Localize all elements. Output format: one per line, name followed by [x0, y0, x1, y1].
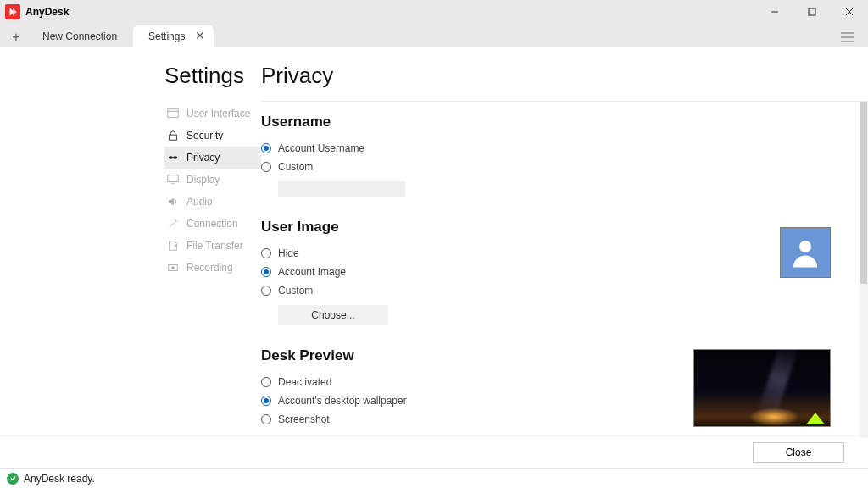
svg-point-12 [169, 156, 173, 159]
radio-icon [261, 248, 271, 258]
tabbar: + New Connection Settings ✕ [0, 24, 868, 47]
avatar-icon [787, 235, 823, 270]
radio-custom-username[interactable]: Custom [261, 158, 851, 176]
radio-label: Account's desktop wallpaper [278, 395, 407, 407]
svg-line-18 [175, 220, 177, 223]
monitor-icon [166, 173, 180, 186]
settings-main: Privacy Username Account Username Custom [261, 47, 868, 468]
close-button[interactable]: Close [753, 442, 844, 463]
tab-settings[interactable]: Settings ✕ [133, 25, 214, 47]
sidebar-item-security[interactable]: Security [164, 125, 261, 147]
sidebar-item-label: Security [186, 130, 223, 141]
radio-icon [261, 286, 271, 296]
app-title: AnyDesk [25, 6, 69, 18]
sidebar-item-label: User Interface [186, 108, 250, 119]
record-icon [166, 261, 180, 274]
svg-line-20 [176, 221, 177, 222]
content: Settings User Interface Security Privacy… [0, 47, 868, 468]
section-heading: User Image [261, 219, 851, 236]
radio-custom-image[interactable]: Custom [261, 281, 851, 300]
tab-settings-label: Settings [148, 30, 185, 42]
sidebar-item-user-interface[interactable]: User Interface [164, 103, 261, 125]
svg-point-13 [173, 156, 177, 159]
sidebar-item-label: Display [186, 174, 220, 186]
svg-marker-1 [13, 8, 17, 15]
radio-hide-image[interactable]: Hide [261, 244, 851, 263]
radio-label: Deactivated [278, 376, 331, 388]
radio-icon [261, 162, 271, 172]
radio-account-image[interactable]: Account Image [261, 263, 851, 281]
radio-label: Custom [278, 285, 313, 297]
radio-icon [261, 396, 271, 406]
radio-icon [261, 267, 271, 277]
svg-marker-16 [169, 198, 174, 206]
choose-image-button[interactable]: Choose... [278, 305, 388, 325]
section-username: Username Account Username Custom [261, 114, 851, 197]
sidebar-item-file-transfer[interactable]: File Transfer [164, 235, 261, 257]
radio-icon [261, 143, 271, 153]
radio-icon [261, 377, 271, 387]
sidebar-item-label: File Transfer [186, 240, 243, 252]
sunglasses-icon [166, 151, 180, 164]
sidebar-item-label: Audio [186, 196, 213, 208]
radio-label: Account Image [278, 266, 346, 278]
file-arrow-icon [166, 239, 180, 252]
page-heading: Privacy [261, 63, 868, 89]
window-close-button[interactable] [831, 0, 868, 24]
status-ok-icon [7, 473, 19, 485]
statusbar: AnyDesk ready. [0, 468, 868, 488]
sidebar-item-label: Recording [186, 262, 233, 274]
settings-sidebar: Settings User Interface Security Privacy… [164, 47, 261, 468]
radio-label: Custom [278, 161, 313, 173]
svg-rect-11 [170, 135, 177, 140]
tab-new-connection[interactable]: New Connection [27, 25, 133, 47]
scrollbar-thumb[interactable] [860, 102, 867, 284]
tab-close-icon[interactable]: ✕ [195, 29, 205, 42]
status-text: AnyDesk ready. [24, 473, 95, 485]
sidebar-item-connection[interactable]: Connection [164, 213, 261, 235]
sidebar-item-label: Connection [186, 218, 238, 230]
svg-rect-9 [168, 109, 178, 118]
svg-line-17 [170, 222, 175, 227]
sidebar-item-label: Privacy [186, 152, 220, 164]
sidebar-item-privacy[interactable]: Privacy [164, 147, 261, 169]
custom-username-input[interactable] [278, 181, 405, 197]
settings-scroll-area[interactable]: Username Account Username Custom User Im… [261, 102, 868, 438]
sidebar-item-audio[interactable]: Audio [164, 191, 261, 213]
section-heading: Username [261, 114, 851, 130]
titlebar: AnyDesk [0, 0, 868, 24]
window-icon [166, 107, 180, 120]
desk-preview-thumbnail [693, 349, 831, 427]
window-maximize-button[interactable] [793, 0, 831, 24]
settings-footer: Close [0, 435, 868, 468]
plug-icon [166, 217, 180, 230]
menu-button[interactable] [837, 27, 858, 47]
radio-label: Screenshot [278, 413, 330, 425]
sidebar-heading: Settings [164, 63, 261, 89]
svg-point-23 [799, 241, 811, 252]
section-user-image: User Image Hide Account Image Custom Cho… [261, 219, 851, 325]
speaker-icon [166, 195, 180, 208]
svg-rect-3 [809, 8, 815, 15]
radio-label: Account Username [278, 142, 364, 154]
window-minimize-button[interactable] [756, 0, 793, 24]
lock-icon [166, 129, 180, 142]
app-logo [5, 4, 20, 19]
user-image-preview [780, 227, 831, 278]
scrollbar[interactable] [860, 102, 868, 438]
sidebar-item-display[interactable]: Display [164, 169, 261, 191]
svg-rect-14 [168, 175, 178, 182]
sidebar-item-recording[interactable]: Recording [164, 257, 261, 279]
radio-account-username[interactable]: Account Username [261, 139, 851, 158]
radio-label: Hide [278, 247, 299, 259]
new-tab-button[interactable]: + [5, 27, 27, 47]
section-desk-preview: Desk Preview Deactivated Account's deskt… [261, 347, 851, 429]
svg-point-22 [171, 266, 175, 269]
svg-line-19 [175, 219, 176, 220]
radio-icon [261, 414, 271, 424]
